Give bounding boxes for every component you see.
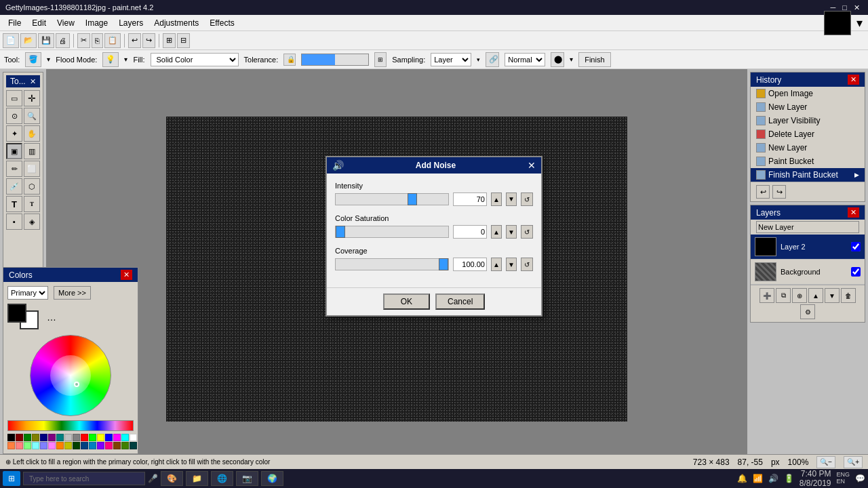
color-saturation-value-input[interactable]: 0: [453, 225, 487, 239]
tool-magic-wand[interactable]: ✦: [6, 125, 22, 142]
taskbar-chrome[interactable]: 🌐: [211, 471, 233, 486]
more-colors-btn[interactable]: More >>: [54, 286, 91, 300]
tolerance-lock-btn[interactable]: 🔒: [283, 54, 296, 66]
grid-btn[interactable]: ⊞: [163, 33, 176, 48]
color-mode-select[interactable]: Primary: [7, 286, 48, 300]
tool-icon-btn[interactable]: 🪣: [25, 52, 41, 67]
dialog-cancel-btn[interactable]: Cancel: [435, 293, 485, 310]
taskbar-folder[interactable]: 📁: [186, 471, 208, 486]
color-sat-step-down-btn[interactable]: ▼: [506, 225, 517, 239]
undo-btn[interactable]: ↩: [128, 33, 141, 48]
qc-31[interactable]: [121, 442, 129, 449]
history-item-layer-visibility[interactable]: Layer Visibility: [751, 114, 865, 127]
layer-merge-btn[interactable]: ⊕: [792, 288, 807, 303]
dropdown-arrow[interactable]: ▾: [854, 16, 865, 30]
tool-move[interactable]: ✛: [24, 90, 40, 106]
history-item-new-layer1[interactable]: New Layer: [751, 100, 865, 114]
intensity-step-down-btn[interactable]: ▼: [506, 192, 517, 206]
taskbar-search-input[interactable]: [23, 472, 145, 485]
new-layer-button[interactable]: New Layer: [756, 221, 859, 233]
history-item-new-layer2[interactable]: New Layer: [751, 141, 865, 155]
history-close-btn[interactable]: ✕: [848, 75, 859, 85]
tool-pan[interactable]: ✋: [24, 125, 40, 142]
zoom-in-btn[interactable]: 🔍+: [844, 456, 863, 468]
qc-24[interactable]: [64, 442, 72, 449]
dialog-close-btn[interactable]: ✕: [528, 160, 536, 171]
qc-12[interactable]: [97, 434, 104, 441]
guides-btn[interactable]: ⊟: [177, 33, 190, 48]
color-spectrum-bar[interactable]: [7, 420, 134, 431]
qc-27[interactable]: [89, 442, 96, 449]
toolbox-close-btn[interactable]: ✕: [30, 77, 36, 86]
menu-edit[interactable]: Edit: [26, 17, 52, 29]
coverage-value-input[interactable]: 100.00: [453, 258, 487, 271]
swatch-options-icon[interactable]: …: [47, 312, 56, 323]
tool-font-size[interactable]: 𝐓: [24, 196, 40, 212]
intensity-step-up-btn[interactable]: ▲: [491, 192, 502, 206]
layer-up-btn[interactable]: ▲: [808, 288, 823, 303]
intensity-reset-btn[interactable]: ↺: [521, 192, 533, 206]
layer-properties-btn[interactable]: ⚙: [800, 304, 815, 319]
history-item-open-image[interactable]: Open Image: [751, 87, 865, 100]
start-button[interactable]: ⊞: [3, 471, 20, 486]
taskbar-network[interactable]: 📶: [753, 474, 763, 483]
layer-add-btn[interactable]: ➕: [760, 288, 774, 303]
qc-14[interactable]: [113, 434, 121, 441]
tool-lasso[interactable]: ⊙: [6, 108, 22, 124]
qc-16[interactable]: [130, 434, 137, 441]
open-btn[interactable]: 📂: [20, 33, 37, 48]
history-undo-btn[interactable]: ↩: [756, 185, 770, 199]
qc-15[interactable]: [121, 434, 129, 441]
cut-btn[interactable]: ✂: [77, 33, 90, 48]
color-sat-reset-btn[interactable]: ↺: [521, 225, 533, 239]
qc-4[interactable]: [32, 434, 39, 441]
redo-btn[interactable]: ↪: [142, 33, 155, 48]
qc-1[interactable]: [7, 434, 15, 441]
qc-26[interactable]: [81, 442, 88, 449]
print-btn[interactable]: 🖨: [56, 33, 70, 48]
qc-22[interactable]: [48, 442, 56, 449]
tool-zoom[interactable]: 🔍: [24, 108, 40, 124]
layers-close-btn[interactable]: ✕: [848, 207, 859, 218]
layer-item-layer2[interactable]: Layer 2: [751, 235, 865, 260]
history-item-paint-bucket[interactable]: Paint Bucket: [751, 155, 865, 168]
coverage-step-down-btn[interactable]: ▼: [506, 258, 517, 271]
flood-mode-btn[interactable]: 💡: [102, 52, 119, 67]
qc-8[interactable]: [64, 434, 72, 441]
qc-25[interactable]: [73, 442, 80, 449]
menu-view[interactable]: View: [52, 17, 80, 29]
paste-btn[interactable]: 📋: [104, 33, 121, 48]
taskbar-language[interactable]: ENGEN: [836, 472, 850, 485]
zoom-out-btn[interactable]: 🔍−: [816, 456, 835, 468]
menu-adjustments[interactable]: Adjustments: [149, 17, 204, 29]
layer-down-btn[interactable]: ▼: [825, 288, 840, 303]
qc-6[interactable]: [48, 434, 56, 441]
dialog-ok-btn[interactable]: OK: [383, 293, 430, 310]
taskbar-notifications[interactable]: 🔔: [737, 474, 747, 483]
tool-paint-bucket[interactable]: ▣: [6, 143, 22, 159]
finish-button[interactable]: Finish: [578, 52, 610, 67]
taskbar-paintnet[interactable]: 🎨: [161, 471, 183, 486]
coverage-reset-btn[interactable]: ↺: [521, 258, 533, 271]
intensity-slider[interactable]: [335, 193, 449, 205]
coverage-step-up-btn[interactable]: ▲: [491, 258, 502, 271]
qc-3[interactable]: [24, 434, 31, 441]
notification-icon[interactable]: 💬: [855, 474, 865, 483]
qc-32[interactable]: [130, 442, 137, 449]
tool-shapes2[interactable]: ◈: [24, 214, 40, 230]
tool-eraser[interactable]: ⬜: [24, 161, 40, 177]
history-redo-btn[interactable]: ↪: [772, 185, 786, 199]
qc-10[interactable]: [81, 434, 88, 441]
history-item-delete-layer[interactable]: Delete Layer: [751, 127, 865, 141]
colors-close-btn[interactable]: ✕: [121, 270, 132, 280]
color-wheel[interactable]: [30, 335, 111, 416]
taskbar-volume[interactable]: 🔊: [768, 474, 778, 483]
coverage-slider[interactable]: [335, 258, 449, 270]
menu-image[interactable]: Image: [80, 17, 113, 29]
qc-21[interactable]: [40, 442, 47, 449]
layer-item-background[interactable]: Background: [751, 260, 865, 285]
save-btn[interactable]: 💾: [38, 33, 54, 48]
qc-9[interactable]: [73, 434, 80, 441]
new-file-btn[interactable]: 📄: [3, 33, 19, 48]
copy-btn[interactable]: ⎘: [92, 33, 103, 48]
